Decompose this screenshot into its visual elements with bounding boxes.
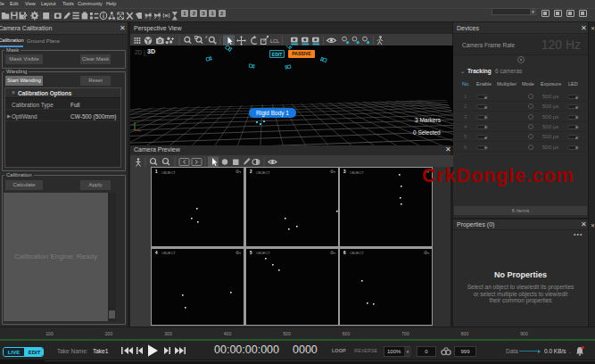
svg-text:2: 2 [159,17,161,21]
svg-text:1: 1 [149,17,151,21]
svg-text:LCL: LCL [270,38,279,44]
